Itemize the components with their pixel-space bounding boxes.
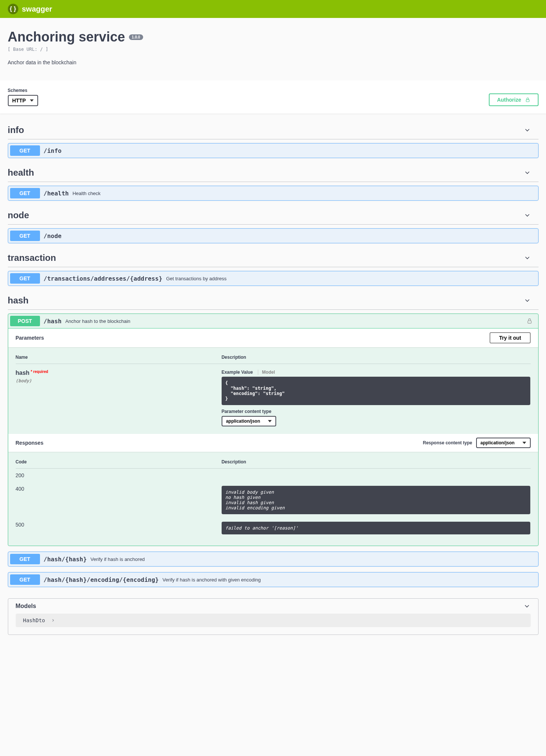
- op-health-get[interactable]: GET /health Health check: [8, 186, 539, 201]
- response-code-200: 200: [16, 472, 222, 478]
- chevron-down-icon: [524, 169, 531, 176]
- method-badge: GET: [10, 574, 40, 585]
- op-path: /hash: [44, 318, 62, 325]
- op-path: /hash/{hash}: [44, 556, 87, 563]
- tag-health: health GET /health Health check: [8, 164, 539, 201]
- response-content-type-label: Response content type: [423, 440, 472, 445]
- op-hash-encoding-get[interactable]: GET /hash/{hash}/encoding/{encoding} Ver…: [8, 572, 539, 587]
- tab-model[interactable]: Model: [258, 370, 279, 375]
- response-desc-400: invalid body given no hash given invalid…: [222, 486, 531, 514]
- op-transactions-get[interactable]: GET /transactions/addresses/{address} Ge…: [8, 271, 539, 286]
- models-section: Models HashDto: [8, 598, 539, 635]
- param-name: hash: [16, 370, 30, 376]
- api-title: Anchoring service 1.0.0: [8, 29, 539, 45]
- schemes-label: Schemes: [8, 88, 38, 93]
- parameters-header: Parameters Try it out: [8, 328, 538, 347]
- base-url: [ Base URL: / ]: [8, 47, 539, 52]
- lock-icon[interactable]: [527, 318, 533, 324]
- chevron-down-icon: [524, 297, 531, 304]
- swagger-logo-text: swagger: [22, 5, 52, 13]
- op-path: /transactions/addresses/{address}: [44, 275, 163, 282]
- swagger-logo[interactable]: { } swagger: [8, 4, 52, 14]
- tag-node: node GET /node: [8, 206, 539, 243]
- scheme-bar: Schemes HTTP Authorize: [0, 80, 546, 114]
- col-desc-header: Description: [222, 355, 531, 360]
- op-summary: Anchor hash to the blockchain: [65, 318, 130, 324]
- op-path: /hash/{hash}/encoding/{encoding}: [44, 576, 159, 583]
- swagger-logo-icon: { }: [8, 4, 18, 14]
- response-desc-500: failed to anchor '[reason]': [222, 522, 531, 534]
- scheme-select[interactable]: HTTP: [8, 95, 38, 106]
- op-node-get[interactable]: GET /node: [8, 228, 539, 243]
- resp-desc-header: Description: [222, 459, 531, 465]
- resp-code-header: Code: [16, 459, 222, 465]
- model-hashdto[interactable]: HashDto: [16, 614, 531, 627]
- topbar: { } swagger: [0, 0, 546, 18]
- method-badge: GET: [10, 145, 40, 156]
- op-hash-post-summary[interactable]: POST /hash Anchor hash to the blockchain: [8, 314, 538, 328]
- method-badge: GET: [10, 554, 40, 564]
- op-path: /health: [44, 190, 69, 197]
- method-badge: GET: [10, 273, 40, 284]
- method-badge: GET: [10, 231, 40, 241]
- chevron-down-icon: [524, 254, 531, 262]
- try-it-out-button[interactable]: Try it out: [490, 332, 530, 343]
- lock-icon: [525, 97, 530, 102]
- op-summary: Verify if hash is anchored with given en…: [163, 577, 261, 583]
- tag-header-hash[interactable]: hash: [8, 291, 539, 310]
- method-badge: POST: [10, 316, 40, 326]
- tag-header-transaction[interactable]: transaction: [8, 249, 539, 267]
- responses-header: Responses Response content type applicat…: [8, 434, 538, 452]
- param-content-type-select[interactable]: application/json: [222, 416, 276, 426]
- chevron-down-icon: [523, 602, 531, 610]
- chevron-right-icon: [51, 618, 55, 623]
- op-path: /node: [44, 232, 62, 240]
- tab-example-value[interactable]: Example Value: [222, 370, 257, 375]
- tag-transaction: transaction GET /transactions/addresses/…: [8, 249, 539, 286]
- col-name-header: Name: [16, 355, 222, 360]
- models-header[interactable]: Models: [8, 599, 538, 614]
- info-section: Anchoring service 1.0.0 [ Base URL: / ] …: [0, 18, 546, 80]
- op-summary: Verify if hash is anchored: [90, 556, 145, 562]
- method-badge: GET: [10, 188, 40, 198]
- svg-rect-0: [526, 99, 529, 102]
- example-body[interactable]: { "hash": "string", "encoding": "string"…: [222, 377, 531, 405]
- response-code-500: 500: [16, 522, 222, 534]
- op-hash-post: POST /hash Anchor hash to the blockchain…: [8, 314, 539, 546]
- tag-hash: hash POST /hash Anchor hash to the block…: [8, 291, 539, 587]
- tag-header-node[interactable]: node: [8, 206, 539, 225]
- tag-info: info GET /info: [8, 121, 539, 158]
- tag-header-health[interactable]: health: [8, 164, 539, 182]
- op-info-get[interactable]: GET /info: [8, 143, 539, 158]
- svg-rect-1: [528, 321, 531, 323]
- tag-header-info[interactable]: info: [8, 121, 539, 139]
- param-content-type-label: Parameter content type: [222, 409, 531, 414]
- chevron-down-icon: [524, 212, 531, 219]
- response-content-type-select[interactable]: application/json: [476, 438, 531, 448]
- op-summary: Get transactions by address: [166, 276, 226, 281]
- chevron-down-icon: [524, 126, 531, 134]
- api-description: Anchor data in the blockchain: [8, 59, 539, 65]
- param-in: (body): [16, 378, 222, 383]
- version-badge: 1.0.0: [129, 34, 143, 40]
- op-path: /info: [44, 147, 62, 154]
- required-label: * required: [31, 370, 48, 374]
- authorize-button[interactable]: Authorize: [489, 93, 539, 106]
- op-summary: Health check: [73, 191, 101, 196]
- response-code-400: 400: [16, 486, 222, 514]
- op-hash-verify-get[interactable]: GET /hash/{hash} Verify if hash is ancho…: [8, 552, 539, 567]
